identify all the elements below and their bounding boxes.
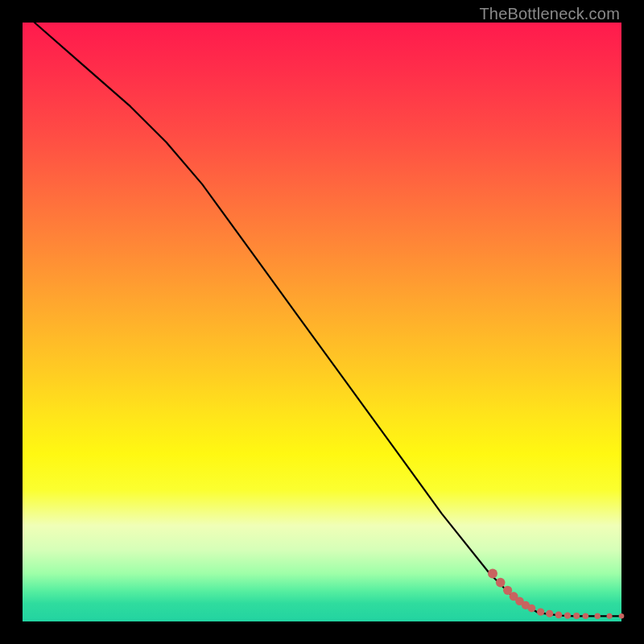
tail-marker <box>583 613 589 620</box>
chart-overlay <box>23 23 621 621</box>
tail-marker <box>595 613 601 619</box>
tail-marker-group <box>488 569 624 620</box>
watermark-text: TheBottleneck.com <box>479 5 620 23</box>
tail-marker <box>546 610 553 617</box>
tail-marker <box>564 612 571 618</box>
tail-marker <box>537 608 544 615</box>
tail-marker <box>528 605 536 613</box>
tail-marker <box>573 613 580 619</box>
tail-marker <box>555 611 563 618</box>
curve-line <box>35 23 621 616</box>
tail-marker <box>619 613 625 619</box>
chart-frame: TheBottleneck.com <box>0 0 644 644</box>
tail-marker <box>607 613 613 619</box>
tail-marker <box>488 569 497 579</box>
tail-marker <box>496 578 506 588</box>
